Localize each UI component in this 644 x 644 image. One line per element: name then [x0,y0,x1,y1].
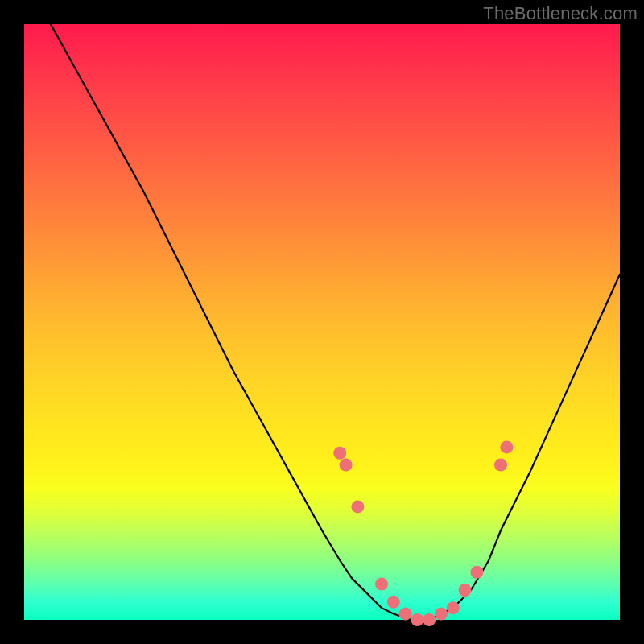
curve-dots [333,440,513,626]
curve-dot [470,566,483,579]
curve-dot [387,596,400,609]
curve-dot [375,578,388,591]
bottleneck-curve [24,0,620,620]
curve-dot [351,500,364,513]
chart-frame: TheBottleneck.com [0,0,644,644]
curve-dot [411,613,423,626]
curve-dot [333,447,346,460]
attribution-text: TheBottleneck.com [483,3,638,24]
curve-dot [459,584,472,597]
curve-dot [423,613,436,626]
curve-dot [500,440,513,453]
curve-dot [447,601,460,614]
curve-dot [494,459,507,472]
plot-area [24,24,620,620]
curve-svg [24,24,620,620]
curve-dot [399,608,412,621]
curve-dot [340,459,353,472]
curve-dot [435,608,448,621]
